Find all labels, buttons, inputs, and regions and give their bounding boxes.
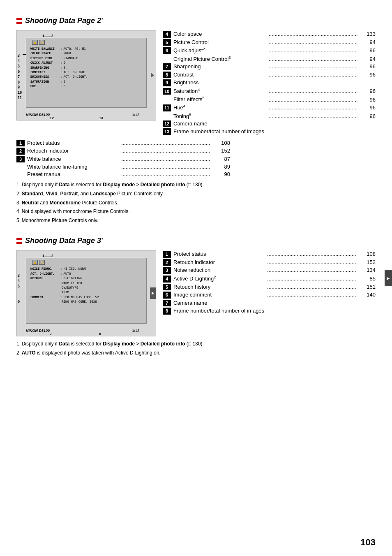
- num-12: 12: [163, 120, 171, 127]
- right-arrow-indicator: [151, 73, 154, 78]
- fn-num-1-4: 4: [16, 207, 19, 216]
- info-sub-orig-pic-ctrl: Original Picture Control3 ..............…: [163, 56, 376, 62]
- label-preset: Preset manual: [27, 171, 120, 177]
- dots2-2: ........................................…: [266, 259, 361, 265]
- info-item-9: 9 Brightness: [163, 79, 376, 86]
- num-5: 5: [163, 39, 171, 46]
- label2-1: Protect status: [173, 251, 266, 257]
- bottom-num-7: 7: [50, 332, 52, 336]
- fn-text-2-2: AUTO is displayed if photo was taken wit…: [22, 349, 161, 358]
- num2-8: 8: [163, 308, 171, 315]
- cam-data-2: NOISE REDUC.:HI ISO, NORM ACT. D-LIGHT.:…: [30, 266, 99, 304]
- footnote-1-5: 5 Monochrome Picture Controls only.: [16, 216, 376, 225]
- left-dots-3: ........................................…: [120, 156, 215, 162]
- camera-diagram-1: 1 2 🔒 ✏️ WHITE BALANCE:AUTO, A6, M1 COLO…: [16, 30, 156, 120]
- cam-icon-retouch: ✏️: [39, 40, 45, 45]
- footnotes-1: 1 Displayed only if Data is selected for…: [16, 181, 376, 225]
- dots2-6: ........................................…: [266, 292, 361, 298]
- footnote-1-1: 1 Displayed only if Data is selected for…: [16, 181, 376, 190]
- info2-item-4: 4 Active D-Lighting2 ...................…: [163, 275, 376, 283]
- ref-8: 96: [364, 72, 376, 78]
- red-bars-icon1: [16, 18, 22, 24]
- label-8: Contrast: [173, 72, 268, 78]
- dots2-3: ........................................…: [266, 267, 361, 273]
- left-ref-3: 87: [215, 156, 230, 162]
- num2-5: 5: [163, 284, 171, 291]
- dots-8: ........................................…: [268, 72, 364, 78]
- dots-11: ........................................…: [268, 104, 364, 111]
- left-label-3: White balance: [27, 156, 120, 162]
- label2-2: Retouch indicator: [173, 259, 266, 265]
- page-number: 103: [360, 537, 376, 548]
- nav-tab-right[interactable]: ▶: [385, 270, 392, 286]
- left-item-2: 2 Retouch indicator ....................…: [16, 148, 230, 155]
- num2-2: 2: [163, 259, 171, 266]
- label-11: Hue4: [173, 104, 268, 111]
- ref2-6: 140: [361, 292, 376, 298]
- dots-5: ........................................…: [268, 39, 364, 45]
- num-9: 9: [163, 79, 171, 86]
- label-filter: Filter effects5: [173, 96, 268, 102]
- num-8: 8: [163, 72, 171, 79]
- section1-title: Shooting Data Page 21: [16, 16, 376, 25]
- fn-text-1-2: Standard, Vivid, Portrait, and Landscape…: [22, 190, 164, 199]
- fn-num-2-2: 2: [16, 349, 19, 358]
- ref-11: 96: [364, 104, 376, 111]
- num-10: 10: [163, 88, 171, 95]
- footnote-1-4: 4 Not displayed with monochrome Picture …: [16, 207, 376, 216]
- info2-item-5: 5 Retouch history ......................…: [163, 284, 376, 291]
- right-tab: [150, 287, 156, 299]
- info-item-13: 13 Frame number/total number of images: [163, 128, 376, 135]
- dots2-1: ........................................…: [266, 251, 361, 257]
- top-num-1: 1: [42, 34, 44, 38]
- camera-diagram-2: 1 2 🔒 ✏️ NOISE REDUC.:HI ISO, NORM ACT. …: [16, 250, 156, 336]
- top-num-d2-1: 1: [42, 254, 44, 258]
- info2-item-6: 6 Image comment ........................…: [163, 292, 376, 299]
- info-item-6: 6 Quick adjust2 ........................…: [163, 47, 376, 54]
- red-bars-icon2: [16, 238, 22, 244]
- info-item-7: 7 Sharpening ...........................…: [163, 63, 376, 70]
- section2-superscript: 1: [101, 237, 103, 241]
- dots-orig-pic: ........................................…: [268, 56, 364, 62]
- label-4: Color space: [173, 31, 268, 37]
- dots-7: ........................................…: [268, 63, 364, 70]
- cam2-icon-retouch: ✏️: [39, 260, 45, 265]
- num-13: 13: [163, 128, 171, 135]
- fn-num-2-1: 1: [16, 340, 19, 349]
- nikon-label-2: NIKON D3100: [26, 329, 50, 333]
- dots-preset: ........................................…: [120, 171, 215, 177]
- camera-screen-1: 🔒 ✏️ WHITE BALANCE:AUTO, A6, M1 COLOR SP…: [26, 38, 147, 108]
- num2-7: 7: [163, 300, 171, 307]
- num2-1: 1: [163, 251, 171, 258]
- fn-text-1-5: Monochrome Picture Controls only.: [22, 216, 99, 225]
- label2-4: Active D-Lighting2: [173, 275, 266, 282]
- ref2-2: 152: [361, 259, 376, 265]
- label2-5: Retouch history: [173, 284, 266, 290]
- left-sub-preset: Preset manual ..........................…: [16, 171, 230, 177]
- ref2-4: 85: [361, 276, 376, 282]
- footnote-2-2: 2 AUTO is displayed if photo was taken w…: [16, 349, 376, 358]
- num-4: 4: [163, 31, 171, 38]
- ref-4: 133: [364, 31, 376, 37]
- left-sub-wb-fine: White balance fine-tuning ..............…: [16, 164, 230, 170]
- info-list-right-2: 1 Protect status .......................…: [163, 250, 376, 336]
- left-items-section1: 1 Protect status .......................…: [16, 140, 230, 178]
- ref-orig-pic: 94: [364, 56, 376, 62]
- label2-7: Camera name: [173, 300, 376, 306]
- left-num-3: 3: [16, 156, 25, 163]
- cam-data-1: WHITE BALANCE:AUTO, A6, M1 COLOR SPACE:s…: [30, 46, 88, 89]
- info2-item-2: 2 Retouch indicator ....................…: [163, 259, 376, 266]
- footnote-2-1: 1 Displayed only if Data is selected for…: [16, 340, 376, 349]
- label-12: Camera name: [173, 120, 376, 127]
- num2-3: 3: [163, 267, 171, 274]
- fn-num-1-1: 1: [16, 181, 19, 190]
- cam-icon-protect: 🔒: [32, 40, 38, 45]
- info2-item-3: 3 Noise reduction ......................…: [163, 267, 376, 274]
- dots-filter: ........................................…: [268, 97, 364, 103]
- label2-8: Frame number/total number of images: [173, 308, 376, 314]
- fn-text-1-4: Not displayed with monochrome Picture Co…: [22, 207, 130, 216]
- bottom-num-8: 8: [99, 332, 101, 336]
- info-sub-toning: Toning5 ................................…: [163, 113, 376, 119]
- top-num-d2-2: 2: [51, 254, 53, 258]
- info2-item-7: 7 Camera name: [163, 300, 376, 307]
